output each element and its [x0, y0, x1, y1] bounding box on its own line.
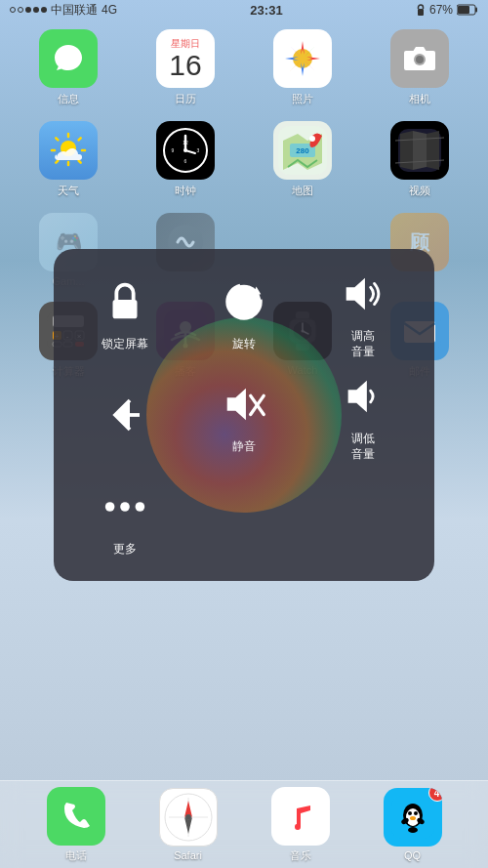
maps-icon: 280: [273, 121, 332, 180]
calendar-label: 日历: [175, 92, 196, 106]
svg-point-68: [408, 811, 412, 815]
svg-point-54: [105, 502, 115, 512]
mute-label: 静音: [232, 439, 256, 455]
signal-dot-3: [25, 7, 31, 13]
carrier-label: 中国联通: [51, 2, 98, 19]
volume-up-icon: [334, 265, 392, 323]
calendar-date: 16: [169, 51, 201, 80]
rotate-icon: [215, 272, 273, 331]
app-camera[interactable]: 相机: [366, 29, 473, 106]
network-label: 4G: [102, 3, 117, 17]
app-weather[interactable]: 天气: [15, 121, 122, 198]
qq-label: QQ: [404, 849, 421, 861]
dock: 电话 Safari 音乐: [0, 780, 488, 868]
app-maps[interactable]: 280 地图: [249, 121, 356, 198]
menu-back[interactable]: [68, 366, 183, 464]
assistive-touch-menu[interactable]: 锁定屏幕 旋转 调高 音量: [54, 249, 434, 581]
signal-dots: [10, 7, 47, 13]
maps-label: 地图: [292, 184, 313, 198]
status-left: 中国联通 4G: [10, 2, 117, 19]
safari-label: Safari: [174, 849, 202, 861]
safari-icon: [159, 788, 218, 847]
volume-down-label: 调低 音量: [351, 432, 375, 462]
messages-icon: [39, 29, 98, 88]
app-photos[interactable]: 照片: [249, 29, 356, 106]
lock-status-icon: [416, 4, 426, 16]
photos-icon: [273, 29, 332, 88]
menu-mute[interactable]: 静音: [187, 366, 302, 464]
battery-percent: 67%: [429, 3, 453, 17]
calendar-icon: 星期日 16: [156, 29, 215, 88]
phone-icon: [47, 787, 105, 846]
clock-label: 时钟: [175, 184, 196, 198]
dock-music[interactable]: 音乐: [271, 787, 330, 863]
app-messages[interactable]: 信息: [15, 29, 122, 106]
video-icon: [390, 121, 449, 180]
photos-label: 照片: [292, 92, 313, 106]
signal-dot-1: [10, 7, 16, 13]
svg-point-6: [416, 56, 424, 63]
more-label: 更多: [113, 542, 137, 558]
menu-volume-up[interactable]: 调高 音量: [305, 264, 420, 361]
more-dots-icon: [96, 477, 154, 536]
svg-text:3: 3: [197, 147, 200, 153]
video-label: 视频: [409, 184, 430, 198]
svg-point-73: [408, 827, 418, 833]
signal-dot-5: [41, 7, 47, 13]
svg-text:9: 9: [172, 147, 175, 153]
status-right: 67%: [416, 3, 478, 17]
app-clock[interactable]: 12 6 9 3 时钟: [132, 121, 239, 198]
camera-label: 相机: [409, 92, 430, 106]
dock-safari[interactable]: Safari: [159, 788, 218, 861]
status-bar: 中国联通 4G 23:31 67%: [0, 0, 488, 20]
svg-point-63: [185, 814, 191, 820]
qq-icon: 4: [384, 788, 442, 847]
camera-icon: [390, 29, 449, 88]
signal-dot-4: [33, 7, 39, 13]
messages-label: 信息: [58, 92, 79, 106]
weather-label: 天气: [58, 184, 79, 198]
back-arrow-icon: [96, 386, 154, 444]
lock-screen-label: 锁定屏幕: [102, 337, 148, 352]
svg-text:6: 6: [184, 158, 187, 164]
svg-point-69: [414, 811, 418, 815]
status-time: 23:31: [250, 3, 282, 18]
mute-icon: [215, 375, 273, 434]
volume-down-icon: [334, 367, 392, 426]
dock-phone[interactable]: 电话: [47, 787, 105, 863]
battery-icon: [457, 4, 478, 16]
volume-up-label: 调高 音量: [351, 329, 375, 359]
menu-volume-down[interactable]: 调低 音量: [305, 366, 420, 464]
svg-point-55: [121, 502, 131, 512]
svg-rect-2: [475, 8, 477, 13]
phone-label: 电话: [65, 848, 87, 863]
svg-rect-3: [458, 6, 469, 14]
signal-dot-2: [18, 7, 23, 13]
app-video[interactable]: 视频: [366, 121, 473, 198]
music-label: 音乐: [290, 848, 311, 863]
clock-icon: 12 6 9 3: [156, 121, 215, 180]
svg-text:12: 12: [183, 140, 188, 145]
svg-rect-0: [418, 9, 424, 16]
lock-screen-icon: [96, 272, 154, 331]
svg-point-4: [293, 49, 312, 68]
menu-rotate[interactable]: 旋转: [187, 264, 302, 361]
menu-dots[interactable]: 更多: [68, 469, 183, 566]
svg-point-70: [410, 816, 416, 820]
svg-point-19: [309, 136, 315, 142]
svg-rect-49: [113, 300, 138, 318]
rotate-label: 旋转: [232, 337, 256, 352]
svg-text:280: 280: [296, 146, 309, 155]
weather-icon: [39, 121, 98, 180]
app-calendar[interactable]: 星期日 16 日历: [132, 29, 239, 106]
dock-qq[interactable]: 4 QQ: [384, 788, 442, 861]
menu-lock-screen[interactable]: 锁定屏幕: [68, 264, 183, 361]
music-icon: [271, 787, 330, 846]
svg-point-11: [183, 148, 187, 152]
svg-point-56: [136, 502, 145, 512]
